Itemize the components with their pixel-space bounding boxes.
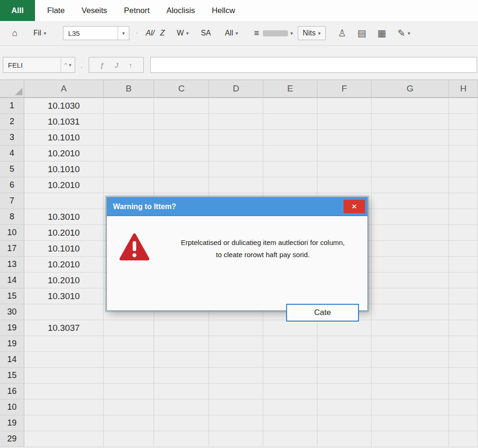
cell[interactable]: [449, 288, 478, 304]
cell[interactable]: [154, 336, 209, 352]
cell[interactable]: [449, 352, 478, 368]
row-header-13[interactable]: 13: [0, 257, 24, 273]
cell[interactable]: [24, 399, 104, 415]
cell[interactable]: [449, 384, 478, 399]
cell[interactable]: [372, 257, 449, 273]
cell[interactable]: [209, 98, 263, 114]
nits-dropdown[interactable]: Nits ▾: [298, 26, 326, 40]
cell[interactable]: [24, 193, 104, 209]
cell[interactable]: [154, 146, 209, 161]
cell[interactable]: [317, 177, 372, 193]
name-box-dropdown[interactable]: ^ ▾: [61, 57, 75, 72]
column-header-b[interactable]: B: [104, 80, 154, 98]
row-header-19[interactable]: 19: [0, 415, 24, 431]
cell[interactable]: [372, 288, 449, 304]
cell[interactable]: 10.1010: [24, 130, 104, 146]
home-icon[interactable]: ⌂: [12, 28, 17, 38]
cell[interactable]: [209, 368, 263, 384]
row-header-7[interactable]: 7: [0, 193, 24, 209]
menu-item-aloclisis[interactable]: Aloclisis: [166, 6, 195, 15]
cell[interactable]: [24, 431, 104, 447]
row-header-1[interactable]: 1: [0, 98, 24, 114]
font-style-icon[interactable]: Al/: [146, 29, 155, 37]
fx-icon[interactable]: ƒ: [100, 61, 104, 69]
menu-item-hellcw[interactable]: Hellcw: [212, 6, 235, 15]
cell[interactable]: [154, 130, 209, 146]
row-header-10[interactable]: 10: [0, 399, 24, 415]
cell[interactable]: [372, 177, 449, 193]
column-header-g[interactable]: G: [372, 80, 449, 98]
cell[interactable]: [372, 225, 449, 241]
stamp-icon[interactable]: ♙: [338, 28, 346, 39]
row-header-14[interactable]: 14: [0, 273, 24, 288]
cell[interactable]: [449, 399, 478, 415]
cell[interactable]: [263, 368, 317, 384]
cell[interactable]: 10.3010: [24, 209, 104, 225]
cell[interactable]: [104, 130, 154, 146]
column-header-d[interactable]: D: [209, 80, 263, 98]
cell[interactable]: [449, 225, 478, 241]
cell[interactable]: 10.2010: [24, 177, 104, 193]
row-header-5[interactable]: 5: [0, 161, 24, 177]
cate-button[interactable]: Cate: [286, 304, 359, 322]
row-header-30[interactable]: 30: [0, 304, 24, 320]
cell-reference-combo[interactable]: L35 ▾: [63, 26, 129, 40]
cell[interactable]: [263, 399, 317, 415]
cell[interactable]: [372, 336, 449, 352]
cell[interactable]: [317, 130, 372, 146]
cell[interactable]: [263, 161, 317, 177]
cell[interactable]: [449, 209, 478, 225]
cell[interactable]: [449, 336, 478, 352]
cell[interactable]: [263, 98, 317, 114]
chevron-down-icon[interactable]: ▾: [290, 30, 293, 36]
all-dropdown[interactable]: All ▾: [225, 29, 238, 37]
row-header-6[interactable]: 6: [0, 177, 24, 193]
cell[interactable]: [263, 431, 317, 447]
cell[interactable]: [104, 336, 154, 352]
cell[interactable]: [449, 177, 478, 193]
row-header-3[interactable]: 3: [0, 130, 24, 146]
cell[interactable]: 10.1031: [24, 114, 104, 130]
cell[interactable]: [154, 352, 209, 368]
strikethrough-icon[interactable]: Z: [160, 29, 165, 37]
cell[interactable]: [449, 241, 478, 257]
cell[interactable]: [24, 336, 104, 352]
cell[interactable]: 10.1010: [24, 241, 104, 257]
cell[interactable]: [449, 114, 478, 130]
cell[interactable]: [263, 336, 317, 352]
menu-item-petnort[interactable]: Petnort: [124, 6, 150, 15]
cell[interactable]: [449, 257, 478, 273]
row-header-2[interactable]: 2: [0, 114, 24, 130]
cell[interactable]: 10.3010: [24, 288, 104, 304]
menu-item-veseits[interactable]: Veseits: [82, 6, 107, 15]
cell[interactable]: [104, 161, 154, 177]
cell[interactable]: [154, 98, 209, 114]
cell[interactable]: [449, 98, 478, 114]
cell[interactable]: [449, 193, 478, 209]
cell[interactable]: [263, 130, 317, 146]
cell[interactable]: [449, 130, 478, 146]
cell[interactable]: 10.3037: [24, 320, 104, 336]
cell[interactable]: [372, 399, 449, 415]
cell[interactable]: [104, 177, 154, 193]
cell[interactable]: [317, 98, 372, 114]
row-header-8[interactable]: 8: [0, 209, 24, 225]
cell[interactable]: [154, 415, 209, 431]
cell[interactable]: [372, 415, 449, 431]
cell[interactable]: [449, 146, 478, 161]
cell[interactable]: [372, 384, 449, 399]
cell[interactable]: [209, 399, 263, 415]
chevron-down-icon[interactable]: ▾: [118, 27, 129, 40]
file-tab[interactable]: Alll: [0, 0, 35, 21]
cell[interactable]: [449, 368, 478, 384]
cell[interactable]: [372, 431, 449, 447]
align-lines-icon[interactable]: ≡: [254, 28, 259, 38]
row-header-4[interactable]: 4: [0, 146, 24, 161]
formula-input[interactable]: [150, 57, 477, 73]
cell[interactable]: [317, 114, 372, 130]
cell[interactable]: 10.2010: [24, 146, 104, 161]
cell[interactable]: [209, 352, 263, 368]
table-icon[interactable]: ▦: [378, 28, 387, 39]
cell[interactable]: [263, 114, 317, 130]
cell[interactable]: [372, 161, 449, 177]
